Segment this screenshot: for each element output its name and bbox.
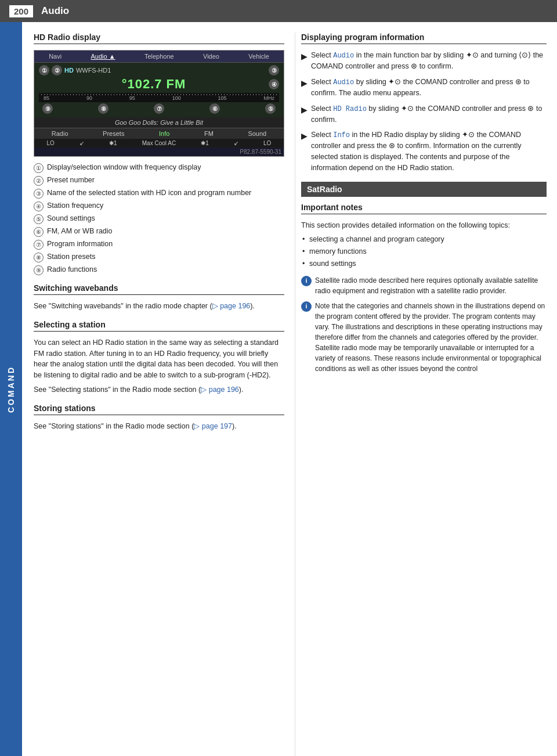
radio-numbers-row: ⑨ ⑧ ⑦ ⑥ ⑤ — [39, 102, 279, 115]
radio-hd-row: ① ② HD WWFS-HD1 ③ — [39, 65, 279, 75]
badge-1: ① — [39, 65, 49, 75]
badge-4: ④ — [269, 79, 279, 89]
switching-wavebands-heading: Switching wavebands — [34, 283, 284, 295]
selecting-station-text2: See "Selecting stations" in the Radio mo… — [34, 384, 284, 395]
settings-star2: ✱1 — [201, 140, 209, 146]
important-notes-heading: Important notes — [301, 203, 547, 214]
radio-nav-bar: Navi Audio ▲ Telephone Video Vehicle — [34, 51, 284, 63]
num-badge-5: ⑤ — [34, 214, 44, 224]
switching-wavebands-text: See "Switching wavebands" in the radio m… — [34, 301, 284, 312]
info-icon-1: i — [301, 276, 312, 286]
bullet-item-1: selecting a channel and program category — [301, 234, 547, 245]
arrow-icon-2: ▶ — [301, 77, 308, 89]
num-badge-8: ⑧ — [34, 253, 44, 262]
list-item-1: ① Display/selection window with frequenc… — [34, 163, 284, 173]
step-2: ▶ Select Audio by sliding ✦⊙ the COMAND … — [301, 77, 547, 99]
scale-container: 85 90 95 100 105 MHz — [39, 93, 279, 102]
settings-lo2: LO — [263, 140, 271, 146]
badge-9: ⑨ — [42, 103, 53, 114]
selecting-station-heading: Selecting a station — [34, 320, 284, 332]
selecting-station-section: Selecting a station You can select an HD… — [34, 320, 284, 395]
bottom-fm: FM — [204, 130, 214, 137]
list-item-8: ⑧ Station presets — [34, 252, 284, 262]
num-badge-3: ③ — [34, 189, 44, 199]
list-text-9: Radio functions — [47, 265, 97, 275]
info-box-1: i Satellite radio mode described here re… — [301, 275, 547, 296]
badge-2: ② — [52, 65, 62, 75]
list-item-2: ② Preset number — [34, 175, 284, 186]
left-column: HD Radio display Navi Audio ▲ Telephone … — [22, 33, 295, 756]
switching-wavebands-section: Switching wavebands See "Switching waveb… — [34, 283, 284, 312]
page-header: 200 Audio — [0, 0, 557, 22]
code-info: Info — [333, 131, 350, 139]
step-1: ▶ Select Audio in the main function bar … — [301, 50, 547, 72]
nav-telephone: Telephone — [142, 52, 176, 60]
bottom-info: Info — [159, 130, 169, 137]
scale-90: 90 — [86, 95, 92, 101]
station-name: WWFS-HD1 — [76, 67, 111, 74]
bullet-item-2: memory functions — [301, 246, 547, 257]
hd-label: HD — [64, 67, 74, 74]
radio-settings-row: LO ↙ ✱1 Max Cool AC ✱1 ↙ LO — [34, 139, 284, 147]
hd-radio-heading: HD Radio display — [34, 33, 284, 44]
page-body: COMAND HD Radio display Navi Audio ▲ Tel… — [0, 22, 557, 756]
list-text-8: Station presets — [47, 252, 95, 262]
list-text-4: Station frequency — [47, 201, 103, 211]
arrow-icon-3: ▶ — [301, 104, 308, 116]
scale-mhz: MHz — [263, 95, 274, 101]
switching-wavebands-link[interactable]: ▷ page 196 — [212, 302, 251, 310]
list-item-4: ④ Station frequency — [34, 201, 284, 211]
radio-main-display: ① ② HD WWFS-HD1 ③ °102.7 FM — [34, 63, 284, 117]
storing-stations-link[interactable]: ▷ page 197 — [194, 422, 232, 430]
storing-stations-section: Storing stations See "Storing stations" … — [34, 404, 284, 432]
badge-8: ⑧ — [98, 103, 108, 114]
list-item-5: ⑤ Sound settings — [34, 214, 284, 224]
radio-song-bar: Goo Goo Dolls: Give a Little Bit — [34, 117, 284, 128]
selecting-station-text: You can select an HD Radio station in th… — [34, 337, 284, 381]
arrow-icon-4: ▶ — [301, 130, 308, 142]
selecting-station-link[interactable]: ▷ page 196 — [201, 386, 239, 394]
satradio-label: SatRadio — [307, 185, 342, 194]
step-1-text: Select Audio in the main function bar by… — [311, 50, 547, 72]
bottom-radio: Radio — [52, 130, 68, 137]
bottom-presets: Presets — [103, 130, 124, 137]
radio-display: Navi Audio ▲ Telephone Video Vehicle ① ② — [34, 50, 284, 157]
storing-stations-heading: Storing stations — [34, 404, 284, 415]
scale-95: 95 — [129, 95, 135, 101]
page-number: 200 — [9, 5, 33, 17]
radio-caption: P82.87-5590-31 — [34, 147, 284, 156]
list-item-7: ⑦ Program information — [34, 239, 284, 250]
list-text-5: Sound settings — [47, 214, 95, 224]
list-text-2: Preset number — [47, 175, 95, 186]
radio-frequency-large: °102.7 FM — [39, 75, 269, 93]
badge-3: ③ — [269, 65, 279, 75]
scale-85: 85 — [44, 95, 49, 101]
step-2-text: Select Audio by sliding ✦⊙ the COMAND co… — [311, 77, 547, 99]
scale-labels: 85 90 95 100 105 MHz — [41, 95, 277, 101]
important-notes-section: Important notes This section provides de… — [301, 203, 547, 374]
settings-star1: ✱1 — [109, 140, 117, 146]
list-text-7: Program information — [47, 239, 113, 250]
step-3: ▶ Select HD Radio by sliding ✦⊙ the COMA… — [301, 103, 547, 125]
num-badge-6: ⑥ — [34, 227, 44, 237]
satradio-bullet-list: selecting a channel and program category… — [301, 234, 547, 269]
badge-5: ⑤ — [265, 103, 276, 114]
bullet-item-3: sound settings — [301, 258, 547, 269]
list-text-3: Name of the selected station with HD ico… — [47, 188, 251, 199]
right-column: Displaying program information ▶ Select … — [295, 33, 557, 756]
step-4: ▶ Select Info in the HD Radio display by… — [301, 129, 547, 173]
nav-navi: Navi — [46, 52, 64, 60]
settings-lo1: LO — [47, 140, 55, 146]
list-text-1: Display/selection window with frequency … — [47, 163, 201, 173]
scale-105: 105 — [218, 95, 227, 101]
list-item-9: ⑨ Radio functions — [34, 265, 284, 275]
settings-maxcool: Max Cool AC — [142, 140, 176, 146]
list-item-3: ③ Name of the selected station with HD i… — [34, 188, 284, 199]
satradio-banner: SatRadio — [301, 182, 547, 197]
step-4-text: Select Info in the HD Radio display by s… — [311, 129, 547, 173]
main-content: HD Radio display Navi Audio ▲ Telephone … — [22, 22, 557, 756]
satradio-intro: This section provides detailed informati… — [301, 220, 547, 231]
displaying-program-heading: Displaying program information — [301, 33, 547, 44]
num-badge-7: ⑦ — [34, 240, 44, 250]
info-box-2: i Note that the categories and channels … — [301, 301, 547, 374]
